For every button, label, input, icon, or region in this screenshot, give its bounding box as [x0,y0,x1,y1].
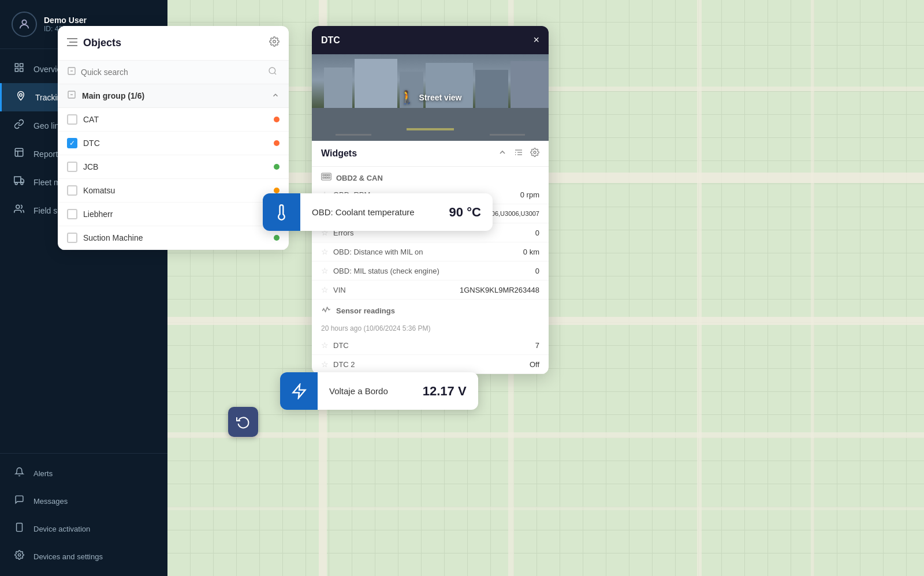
user-name: Demo User [44,16,87,25]
mil-status-label: OBD: MIL status (check engine) [333,267,439,275]
dtc-sensor-star[interactable]: ☆ [321,341,329,350]
tracking-icon [14,91,27,104]
svg-rect-1 [15,63,18,66]
device-activation-icon [13,522,25,535]
vin-left: ☆ VIN [321,285,346,294]
svg-rect-35 [323,174,325,175]
objects-panel-header: Objects [58,26,289,61]
list-item[interactable]: ✓ DTC [58,132,289,155]
coolant-label: OBD: Coolant temperature [312,207,415,217]
geolinks-icon [13,119,25,132]
search-minus-icon [67,66,76,78]
sidebar-item-messages[interactable]: Messages [0,487,167,515]
mil-distance-star[interactable]: ☆ [321,247,329,256]
overview-icon [13,62,25,76]
svg-rect-39 [326,177,327,178]
hamburger-menu-icon[interactable] [67,38,77,48]
dtc2-sensor-star[interactable]: ☆ [321,360,329,369]
history-button[interactable] [228,407,258,437]
dtc-panel-title: DTC [321,35,340,46]
vin-row: ☆ VIN 1GNSK9KL9MR263448 [312,280,549,300]
mil-status-star[interactable]: ☆ [321,266,329,275]
jcb-checkbox[interactable] [67,162,77,172]
group-checkbox-icon[interactable] [67,90,76,102]
objects-title: Objects [83,37,121,49]
mil-distance-row: ☆ OBD: Distance with MIL on 0 km [312,242,549,261]
dtc-name: DTC [83,139,268,148]
svg-point-0 [22,20,26,24]
svg-rect-2 [20,63,23,66]
objects-settings-icon[interactable] [269,36,280,50]
street-view-label: Street view [419,93,462,102]
list-item[interactable]: Liebherr [58,203,289,226]
svg-point-20 [273,40,276,43]
object-list: CAT ✓ DTC JCB Komatsu Liebherr [58,108,289,250]
svg-marker-27 [293,384,305,398]
voltaje-label: Voltaje a Bordo [329,386,388,396]
sensor-readings-time: 20 hours ago (10/06/2024 5:36 PM) [312,319,549,336]
search-input[interactable] [81,68,263,77]
coolant-temp-card: OBD: Coolant temperature 90 °C [263,193,493,231]
komatsu-name: Komatsu [83,186,268,195]
voltaje-value: 12.17 V [423,384,467,399]
voltaje-card: Voltaje a Bordo 12.17 V [280,372,478,410]
svg-marker-10 [21,179,24,182]
objects-panel: Objects Main gro [58,26,289,250]
group-collapse-icon[interactable] [271,91,280,101]
vin-value: 1GNSK9KL9MR263448 [460,286,539,294]
obd2can-section-label: OBD2 & CAN [312,167,549,185]
komatsu-checkbox[interactable] [67,185,77,196]
cat-checkbox[interactable] [67,114,77,125]
svg-point-5 [20,93,23,96]
svg-rect-6 [15,148,23,156]
mil-distance-value: 0 km [523,248,539,256]
svg-rect-37 [328,174,330,175]
svg-rect-4 [20,69,23,72]
sensor-readings-label: Sensor readings [336,306,395,315]
widgets-list-icon[interactable] [514,148,523,159]
suction-status-dot [274,235,280,241]
panel-title-group: Objects [67,37,121,49]
mil-distance-label: OBD: Distance with MIL on [333,248,423,256]
vin-star[interactable]: ☆ [321,285,329,294]
list-item[interactable]: CAT [58,108,289,132]
mil-status-left: ☆ OBD: MIL status (check engine) [321,266,439,275]
dtc-sensor-value: 7 [535,341,539,350]
svg-line-24 [274,73,276,74]
vin-label: VIN [333,286,346,294]
suction-checkbox[interactable] [67,233,77,243]
obd2can-label: OBD2 & CAN [336,174,383,182]
sidebar-item-devices-settings[interactable]: Devices and settings [0,543,167,570]
bottom-nav: Alerts Messages Device activation [0,453,167,576]
coolant-card-content: OBD: Coolant temperature 90 °C [300,198,493,227]
lightning-icon [280,372,318,410]
jcb-name: JCB [83,162,268,171]
coolant-value: 90 °C [449,205,481,220]
widgets-controls [498,148,539,159]
sidebar-item-device-activation[interactable]: Device activation [0,515,167,543]
dtc-checkbox[interactable]: ✓ [67,138,77,148]
svg-point-33 [534,151,536,154]
sidebar-item-alerts[interactable]: Alerts [0,459,167,487]
list-item[interactable]: Komatsu [58,179,289,203]
dtc-panel-header: DTC × [312,26,549,54]
sidebar-devices-settings-label: Devices and settings [33,552,103,561]
widgets-collapse-icon[interactable] [498,148,507,159]
dtc-sensor-label: DTC [333,341,349,350]
jcb-status-dot [274,164,280,170]
dtc-close-button[interactable]: × [533,34,539,46]
komatsu-status-dot [274,188,280,193]
voltaje-card-content: Voltaje a Bordo 12.17 V [318,377,478,406]
sidebar-alerts-label: Alerts [33,469,53,478]
liebherr-name: Liebherr [83,210,268,219]
dtc-status-dot [274,140,280,146]
street-view-section[interactable]: 🚶 Street view [312,54,549,141]
mil-status-row: ☆ OBD: MIL status (check engine) 0 [312,261,549,280]
thermometer-icon [263,193,300,231]
list-item[interactable]: JCB [58,155,289,179]
svg-rect-9 [14,177,21,182]
search-icon [268,66,280,78]
liebherr-checkbox[interactable] [67,209,77,219]
widgets-settings-icon[interactable] [530,148,539,159]
list-item[interactable]: Suction Machine [58,226,289,250]
